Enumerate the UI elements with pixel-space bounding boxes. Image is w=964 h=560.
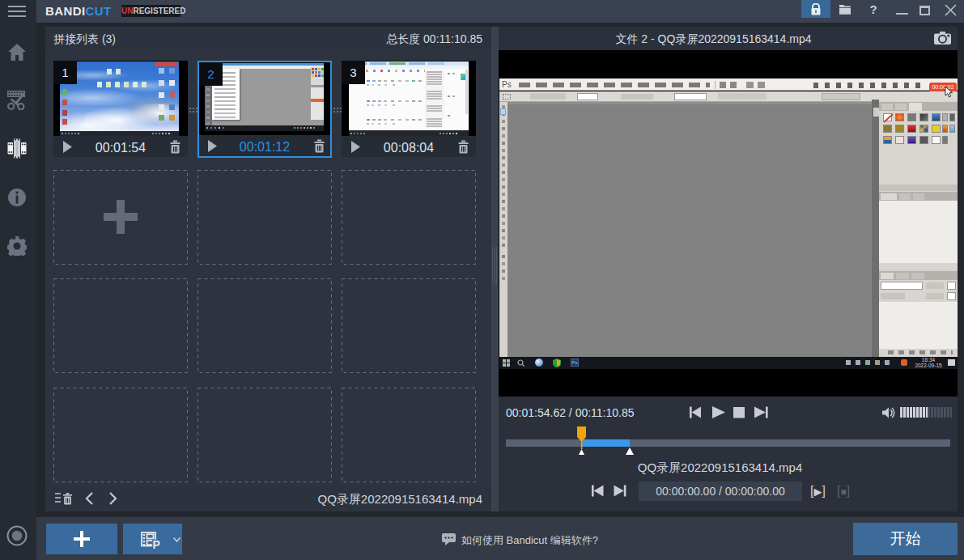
svg-text:P: P (153, 538, 160, 550)
